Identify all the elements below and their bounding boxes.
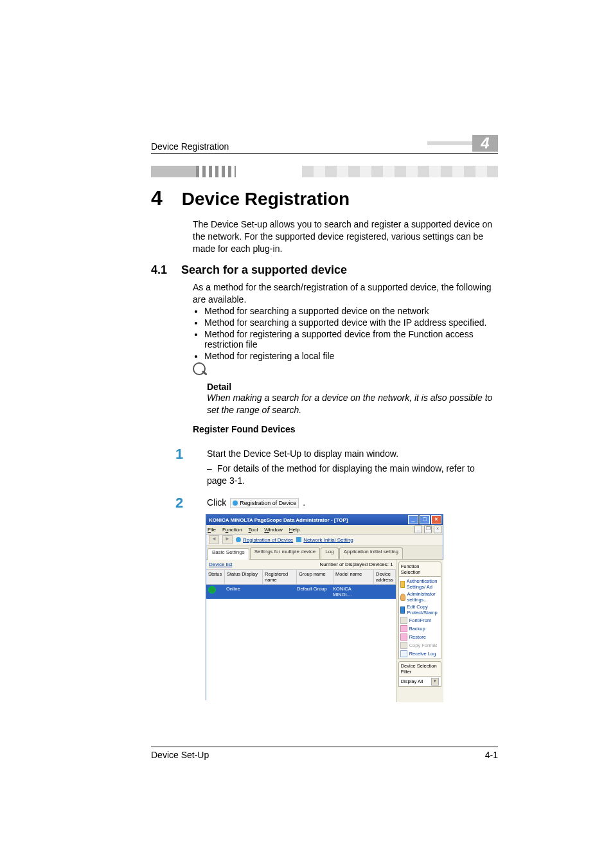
close-button[interactable]: × (431, 515, 441, 524)
func-admin-settings[interactable]: Administrator settings... (400, 591, 440, 603)
function-selection-title: Function Selection (398, 562, 442, 577)
tab-app-initial-setting[interactable]: Application initial setting (339, 547, 403, 559)
func-auth-settings[interactable]: Authentication Settings/ Ad (400, 578, 440, 590)
step-1-text: Start the Device Set-Up to display main … (207, 448, 496, 459)
device-list-label: Device list (209, 562, 232, 567)
window-title: KONICA MINOLTA PageScope Data Administra… (209, 517, 348, 523)
bullet-item: Method for searching a supported device … (204, 306, 495, 316)
menu-file[interactable]: File (208, 527, 216, 533)
network-setting-icon (296, 537, 301, 542)
registration-of-device-button-inline: Registration of Device (230, 498, 299, 508)
step-number-2: 2 (175, 495, 183, 511)
tab-log[interactable]: Log (321, 547, 338, 559)
tab-strip: Basic Settings Settings for multiple dev… (206, 545, 443, 559)
device-filter-value: Display All (401, 678, 423, 684)
minimize-button[interactable]: _ (408, 515, 418, 524)
func-font-from[interactable]: Font/From (400, 617, 440, 624)
menubar[interactable]: File Function Tool Window Help _ ❐ × (206, 525, 443, 535)
detail-note: When making a search for a device on the… (207, 392, 496, 416)
backup-icon (400, 625, 407, 632)
cell-model-name: KONICA MINOL... (331, 585, 371, 599)
step-2-text: Click Registration of Device . (207, 497, 496, 508)
registration-of-device-link[interactable]: Registration of Device (236, 537, 293, 543)
running-title: Device Registration (151, 141, 229, 152)
section-title: Search for a supported device (181, 263, 347, 277)
col-registered-name[interactable]: Registered name (263, 570, 297, 584)
step-number-1: 1 (175, 446, 183, 463)
section-divider-band (151, 166, 498, 177)
menu-tool[interactable]: Tool (249, 527, 258, 533)
cell-group-name: Default Group (295, 585, 331, 599)
device-count: Number of Displayed Devices: 1 (319, 562, 393, 567)
cell-registered-name (262, 585, 295, 599)
toolbar: ◄ ► Registration of Device Network Initi… (206, 535, 443, 545)
cell-status-display: Online (224, 585, 262, 599)
footer-left: Device Set-Up (151, 750, 209, 760)
tab-settings-multiple[interactable]: Settings for multiple device (250, 547, 321, 559)
user-icon (400, 594, 405, 601)
col-model-name[interactable]: Model name (333, 570, 374, 584)
mdi-minimize-button[interactable]: _ (414, 526, 422, 533)
detail-magnifier-icon (193, 362, 207, 376)
menu-window[interactable]: Window (264, 527, 282, 533)
menu-function[interactable]: Function (222, 527, 242, 533)
chapter-box: 4 (427, 135, 498, 152)
func-receive-log[interactable]: Receive Log (400, 650, 440, 657)
section-lead: As a method for the search/registration … (193, 281, 495, 306)
log-icon (400, 650, 407, 657)
col-group-name[interactable]: Group name (297, 570, 333, 584)
func-backup[interactable]: Backup (400, 625, 440, 632)
func-copy-format: Copy Format (400, 642, 440, 649)
nav-back-icon[interactable]: ◄ (209, 535, 219, 544)
procedure-heading: Register Found Devices (193, 424, 296, 434)
cell-device-address (371, 585, 396, 599)
maximize-button[interactable]: □ (420, 515, 430, 524)
device-list-panel: Device list Number of Displayed Devices:… (206, 560, 396, 702)
stamp-icon (400, 607, 405, 614)
func-copy-protect[interactable]: Edit Copy Protect/Stamp (400, 604, 440, 616)
function-selection-panel: Function Selection Authentication Settin… (396, 560, 444, 702)
registration-icon (233, 500, 238, 506)
footer-page-number: 4-1 (485, 750, 498, 760)
func-restore[interactable]: Restore (400, 633, 440, 641)
detail-label: Detail (207, 382, 496, 392)
copy-format-icon (400, 642, 407, 649)
table-row[interactable]: Online Default Group KONICA MINOL... (206, 585, 396, 599)
bullet-item: Method for registering a supported devic… (204, 329, 495, 350)
chevron-down-icon[interactable]: ▾ (431, 678, 439, 686)
chapter-title: Device Registration (182, 189, 350, 209)
network-initial-setting-link[interactable]: Network Initial Setting (296, 537, 353, 543)
menu-help[interactable]: Help (289, 527, 299, 533)
section-number: 4.1 (151, 263, 167, 277)
col-device-address[interactable]: Device address (374, 570, 396, 584)
status-icon (206, 585, 224, 599)
title-bar[interactable]: KONICA MINOLTA PageScope Data Administra… (206, 515, 443, 525)
mdi-restore-button[interactable]: ❐ (424, 526, 432, 533)
device-selection-filter-title: Device Selection Filter (398, 661, 442, 677)
mdi-close-button[interactable]: × (434, 526, 441, 533)
method-bullet-list: Method for searching a supported device … (193, 306, 495, 362)
tab-basic-settings[interactable]: Basic Settings (208, 548, 249, 560)
restore-icon (400, 633, 407, 641)
chapter-number-box: 4 (472, 135, 498, 152)
folder-icon (400, 581, 405, 588)
device-filter-select[interactable]: Display All ▾ (398, 677, 442, 687)
app-window: KONICA MINOLTA PageScope Data Administra… (206, 514, 443, 700)
registration-icon (236, 537, 241, 542)
intro-paragraph: The Device Set-up allows you to search a… (193, 218, 495, 255)
step-1-subtext: –For details of the method for displayin… (207, 463, 496, 487)
bullet-item: Method for registering a local file (204, 351, 495, 361)
bullet-item: Method for searching a supported device … (204, 317, 495, 328)
header-decor (427, 141, 472, 145)
nav-forward-icon[interactable]: ► (222, 535, 233, 544)
col-status-display[interactable]: Status Display (225, 570, 263, 584)
device-table-header[interactable]: Status Status Display Registered name Gr… (206, 569, 396, 585)
font-icon (400, 617, 407, 624)
chapter-number: 4 (151, 186, 163, 210)
col-status[interactable]: Status (206, 570, 225, 584)
